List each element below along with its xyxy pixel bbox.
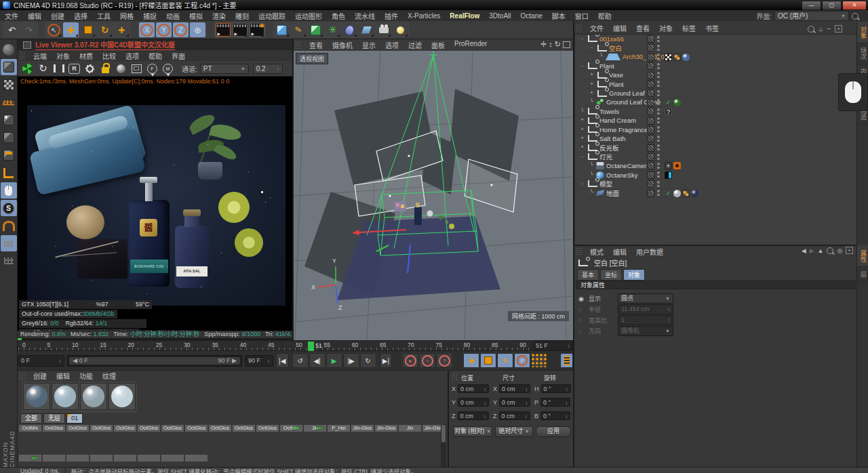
timeline-range-slider[interactable]: ◀ 0 F90 F ▶	[67, 355, 242, 367]
viewport-menu-item[interactable]: 选项	[380, 40, 403, 50]
visibility-dots-icon[interactable]	[657, 36, 660, 43]
add-spline-button[interactable]: ✎	[291, 22, 307, 37]
object-name[interactable]: Plant	[609, 81, 624, 88]
menu-item[interactable]: RealFlow	[445, 12, 484, 20]
visibility-toggles[interactable]	[647, 126, 660, 133]
radio-icon[interactable]: ○	[578, 306, 585, 313]
am-side-tab[interactable]: 属性	[857, 246, 868, 267]
add-environment-button[interactable]	[359, 22, 374, 37]
goto-end-button[interactable]: ▶|	[380, 353, 393, 368]
expand-toggle-icon[interactable]: -	[589, 45, 595, 51]
scale-tool[interactable]	[80, 22, 96, 37]
tree-row[interactable]: + Salt Bath	[575, 134, 857, 143]
object-name[interactable]: Ground Leaf	[609, 89, 645, 97]
rot-h-field[interactable]: 0 °↕	[541, 384, 571, 393]
pause-render-icon[interactable]	[52, 62, 66, 75]
drag-grip-icon[interactable]	[19, 372, 26, 380]
visibility-toggles[interactable]	[647, 72, 660, 79]
material-tile[interactable]: OctGlos	[161, 424, 184, 432]
layer-swatch-icon[interactable]	[647, 180, 654, 188]
radio-icon[interactable]: ○	[578, 317, 585, 324]
add-generator-button[interactable]	[308, 22, 323, 37]
object-name[interactable]: OctaneSky	[606, 171, 637, 179]
menu-item[interactable]: 雕刻	[231, 11, 254, 21]
material-tile[interactable]: MIX	[19, 454, 41, 461]
menu-item[interactable]: 帮助	[593, 11, 616, 21]
record-keyframe-button[interactable]: ▸	[402, 353, 418, 368]
layer-swatch-icon[interactable]	[647, 81, 654, 88]
visibility-toggles[interactable]	[647, 81, 660, 88]
layer-swatch-icon[interactable]	[647, 54, 654, 61]
drag-grip-icon[interactable]	[452, 373, 458, 381]
material-tile[interactable]	[114, 454, 136, 461]
expand-toggle-icon[interactable]: └	[589, 190, 595, 196]
size-mode-dropdown[interactable]: 绝对尺寸 ▼	[495, 426, 533, 437]
expand-toggle-icon[interactable]: +	[579, 127, 585, 133]
tree-row[interactable]: └ OctaneCamera	[575, 161, 857, 170]
viewport-menu-item[interactable]: 查看	[304, 40, 328, 50]
live-select-tool[interactable]: ↖	[46, 22, 62, 37]
picture-region-icon[interactable]	[130, 62, 144, 75]
tree-row[interactable]: - 001xx66	[575, 35, 857, 43]
visibility-dots-icon[interactable]	[657, 136, 660, 142]
mograph-button[interactable]: ✳	[325, 22, 340, 37]
key-pla-button[interactable]	[531, 353, 547, 368]
menu-item[interactable]: 工具	[92, 11, 115, 21]
move-tool[interactable]	[63, 22, 79, 37]
tree-row[interactable]: + Home Fragrance	[575, 125, 857, 134]
settings-gear-icon[interactable]	[83, 62, 97, 75]
material-tile[interactable]: OctGlos	[90, 424, 113, 432]
visibility-toggles[interactable]	[647, 117, 660, 125]
material-tile[interactable]: P_Hei	[328, 424, 350, 432]
coordinate-system-button[interactable]: ⊕	[190, 22, 205, 37]
region-render-icon[interactable]: R	[67, 62, 81, 75]
expand-toggle-icon[interactable]: +	[589, 72, 595, 78]
object-name[interactable]: Arch30_033_00	[623, 53, 668, 60]
expand-toggle-icon[interactable]: └	[579, 108, 585, 115]
restart-render-icon[interactable]: ↻	[36, 62, 50, 75]
view-label[interactable]: 透视视图	[296, 53, 328, 64]
tree-row[interactable]: + Vase	[575, 71, 857, 80]
expand-toggle-icon[interactable]: +	[579, 144, 585, 150]
visibility-dots-icon[interactable]	[657, 63, 660, 70]
viewport-canvas[interactable]: Y X Z 透视视图 网格间距 : 1000 cm	[294, 51, 573, 340]
layer-swatch-icon[interactable]	[647, 89, 654, 97]
expand-toggle-icon[interactable]: -	[579, 63, 585, 69]
axis-mode-button[interactable]	[1, 165, 17, 181]
material-tile[interactable]: Jin	[399, 424, 421, 432]
visibility-dots-icon[interactable]	[657, 45, 660, 52]
tweak-mode-button[interactable]	[1, 182, 17, 199]
menu-item[interactable]: 创建	[46, 11, 69, 21]
material-tile[interactable]	[90, 454, 113, 461]
material-menu-item[interactable]: 编辑	[52, 371, 75, 381]
key-scale-button[interactable]	[480, 353, 496, 368]
tree-row[interactable]: └ 地面	[575, 189, 857, 198]
object-tag-icon[interactable]	[665, 190, 672, 197]
texture-mode-button[interactable]	[1, 77, 17, 93]
material-tile[interactable]: OctGlos	[185, 424, 208, 432]
object-tag-icon[interactable]	[673, 99, 681, 106]
object-tag-icon[interactable]	[665, 108, 672, 115]
tree-row[interactable]: └ OctaneSky	[575, 171, 857, 180]
material-preview[interactable]	[52, 383, 79, 410]
menu-item[interactable]: X-Particles	[403, 12, 445, 20]
rot-b-field[interactable]: 0 °↕	[540, 411, 570, 420]
visibility-dots-icon[interactable]	[657, 108, 660, 115]
object-name[interactable]: Salt Bath	[599, 135, 626, 142]
attribute-menu-item[interactable]: 用户数据	[631, 247, 668, 257]
om-add-icon[interactable]: +	[835, 25, 842, 33]
material-pick-icon[interactable]: M	[161, 62, 175, 75]
play-button[interactable]: ▶	[326, 353, 342, 368]
om-search-icon[interactable]	[808, 26, 814, 33]
add-camera-button[interactable]	[376, 22, 391, 37]
render-image-area[interactable]: 醤 BIOKHARD C4D ATH SAL GTX 1050[T][6.1]%…	[18, 86, 292, 331]
visibility-toggles[interactable]	[647, 171, 660, 179]
material-preview[interactable]	[23, 383, 50, 410]
drag-grip-icon[interactable]	[19, 52, 26, 60]
lock-z-axis-button[interactable]: Z	[173, 22, 189, 37]
samples-field[interactable]: 0.2↕	[253, 64, 283, 74]
material-ball-icon[interactable]	[114, 62, 128, 75]
render-view-button[interactable]	[215, 22, 231, 37]
tree-row[interactable]: - 模型	[575, 180, 857, 188]
material-tile[interactable]: OctGlos	[43, 424, 65, 432]
